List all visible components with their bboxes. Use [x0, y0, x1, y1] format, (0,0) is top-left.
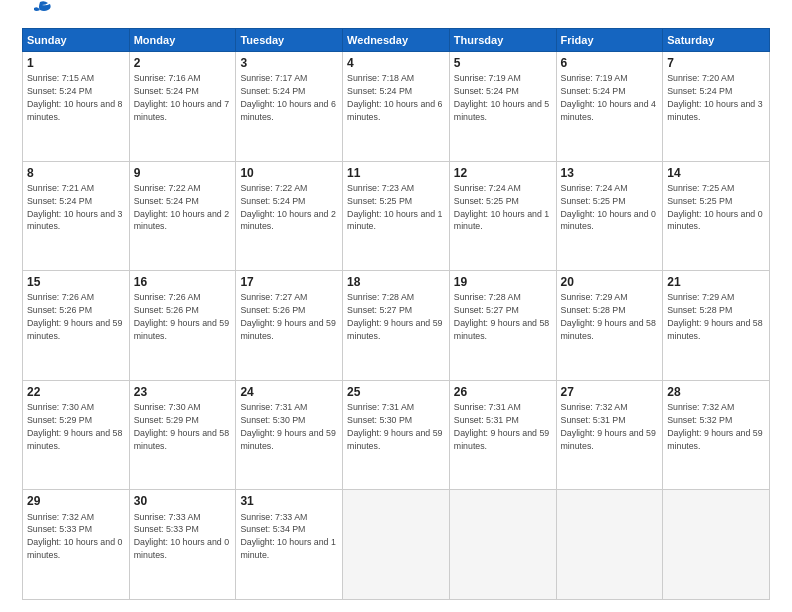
day-info: Sunrise: 7:25 AMSunset: 5:25 PMDaylight:…: [667, 183, 762, 232]
table-row: 18 Sunrise: 7:28 AMSunset: 5:27 PMDaylig…: [343, 271, 450, 381]
table-row: 27 Sunrise: 7:32 AMSunset: 5:31 PMDaylig…: [556, 380, 663, 490]
day-number: 29: [27, 493, 125, 509]
day-info: Sunrise: 7:20 AMSunset: 5:24 PMDaylight:…: [667, 73, 762, 122]
day-number: 13: [561, 165, 659, 181]
day-number: 22: [27, 384, 125, 400]
calendar-week-row: 29 Sunrise: 7:32 AMSunset: 5:33 PMDaylig…: [23, 490, 770, 600]
table-row: 30 Sunrise: 7:33 AMSunset: 5:33 PMDaylig…: [129, 490, 236, 600]
table-row: 15 Sunrise: 7:26 AMSunset: 5:26 PMDaylig…: [23, 271, 130, 381]
calendar-week-row: 15 Sunrise: 7:26 AMSunset: 5:26 PMDaylig…: [23, 271, 770, 381]
table-row: [449, 490, 556, 600]
day-info: Sunrise: 7:31 AMSunset: 5:31 PMDaylight:…: [454, 402, 549, 451]
calendar-header-row: Sunday Monday Tuesday Wednesday Thursday…: [23, 29, 770, 52]
day-info: Sunrise: 7:30 AMSunset: 5:29 PMDaylight:…: [134, 402, 229, 451]
table-row: 25 Sunrise: 7:31 AMSunset: 5:30 PMDaylig…: [343, 380, 450, 490]
table-row: 23 Sunrise: 7:30 AMSunset: 5:29 PMDaylig…: [129, 380, 236, 490]
day-info: Sunrise: 7:31 AMSunset: 5:30 PMDaylight:…: [240, 402, 335, 451]
day-info: Sunrise: 7:24 AMSunset: 5:25 PMDaylight:…: [561, 183, 656, 232]
day-info: Sunrise: 7:15 AMSunset: 5:24 PMDaylight:…: [27, 73, 122, 122]
header-thursday: Thursday: [449, 29, 556, 52]
header-sunday: Sunday: [23, 29, 130, 52]
table-row: 26 Sunrise: 7:31 AMSunset: 5:31 PMDaylig…: [449, 380, 556, 490]
day-number: 3: [240, 55, 338, 71]
table-row: 13 Sunrise: 7:24 AMSunset: 5:25 PMDaylig…: [556, 161, 663, 271]
header-friday: Friday: [556, 29, 663, 52]
day-info: Sunrise: 7:28 AMSunset: 5:27 PMDaylight:…: [347, 292, 442, 341]
day-number: 30: [134, 493, 232, 509]
day-number: 15: [27, 274, 125, 290]
header-tuesday: Tuesday: [236, 29, 343, 52]
logo-bird-icon: [26, 0, 54, 20]
day-number: 21: [667, 274, 765, 290]
day-info: Sunrise: 7:32 AMSunset: 5:33 PMDaylight:…: [27, 512, 122, 561]
day-info: Sunrise: 7:32 AMSunset: 5:32 PMDaylight:…: [667, 402, 762, 451]
day-number: 19: [454, 274, 552, 290]
table-row: 11 Sunrise: 7:23 AMSunset: 5:25 PMDaylig…: [343, 161, 450, 271]
table-row: [343, 490, 450, 600]
day-info: Sunrise: 7:27 AMSunset: 5:26 PMDaylight:…: [240, 292, 335, 341]
day-info: Sunrise: 7:26 AMSunset: 5:26 PMDaylight:…: [134, 292, 229, 341]
day-info: Sunrise: 7:29 AMSunset: 5:28 PMDaylight:…: [561, 292, 656, 341]
table-row: 20 Sunrise: 7:29 AMSunset: 5:28 PMDaylig…: [556, 271, 663, 381]
day-info: Sunrise: 7:21 AMSunset: 5:24 PMDaylight:…: [27, 183, 122, 232]
table-row: 22 Sunrise: 7:30 AMSunset: 5:29 PMDaylig…: [23, 380, 130, 490]
day-info: Sunrise: 7:22 AMSunset: 5:24 PMDaylight:…: [240, 183, 335, 232]
table-row: [663, 490, 770, 600]
day-info: Sunrise: 7:31 AMSunset: 5:30 PMDaylight:…: [347, 402, 442, 451]
day-number: 17: [240, 274, 338, 290]
day-info: Sunrise: 7:16 AMSunset: 5:24 PMDaylight:…: [134, 73, 229, 122]
day-number: 26: [454, 384, 552, 400]
table-row: 19 Sunrise: 7:28 AMSunset: 5:27 PMDaylig…: [449, 271, 556, 381]
table-row: 10 Sunrise: 7:22 AMSunset: 5:24 PMDaylig…: [236, 161, 343, 271]
logo: [22, 18, 54, 20]
table-row: 6 Sunrise: 7:19 AMSunset: 5:24 PMDayligh…: [556, 52, 663, 162]
day-number: 9: [134, 165, 232, 181]
calendar-week-row: 22 Sunrise: 7:30 AMSunset: 5:29 PMDaylig…: [23, 380, 770, 490]
day-info: Sunrise: 7:18 AMSunset: 5:24 PMDaylight:…: [347, 73, 442, 122]
table-row: 8 Sunrise: 7:21 AMSunset: 5:24 PMDayligh…: [23, 161, 130, 271]
day-number: 23: [134, 384, 232, 400]
day-number: 20: [561, 274, 659, 290]
header-monday: Monday: [129, 29, 236, 52]
table-row: 3 Sunrise: 7:17 AMSunset: 5:24 PMDayligh…: [236, 52, 343, 162]
table-row: 2 Sunrise: 7:16 AMSunset: 5:24 PMDayligh…: [129, 52, 236, 162]
day-info: Sunrise: 7:24 AMSunset: 5:25 PMDaylight:…: [454, 183, 549, 232]
table-row: 9 Sunrise: 7:22 AMSunset: 5:24 PMDayligh…: [129, 161, 236, 271]
day-number: 11: [347, 165, 445, 181]
day-info: Sunrise: 7:33 AMSunset: 5:34 PMDaylight:…: [240, 512, 335, 561]
day-number: 16: [134, 274, 232, 290]
header-saturday: Saturday: [663, 29, 770, 52]
page-header: [22, 18, 770, 20]
day-info: Sunrise: 7:17 AMSunset: 5:24 PMDaylight:…: [240, 73, 335, 122]
day-info: Sunrise: 7:30 AMSunset: 5:29 PMDaylight:…: [27, 402, 122, 451]
table-row: 14 Sunrise: 7:25 AMSunset: 5:25 PMDaylig…: [663, 161, 770, 271]
table-row: 16 Sunrise: 7:26 AMSunset: 5:26 PMDaylig…: [129, 271, 236, 381]
table-row: 29 Sunrise: 7:32 AMSunset: 5:33 PMDaylig…: [23, 490, 130, 600]
calendar-table: Sunday Monday Tuesday Wednesday Thursday…: [22, 28, 770, 600]
day-number: 18: [347, 274, 445, 290]
day-info: Sunrise: 7:19 AMSunset: 5:24 PMDaylight:…: [454, 73, 549, 122]
table-row: 5 Sunrise: 7:19 AMSunset: 5:24 PMDayligh…: [449, 52, 556, 162]
day-number: 8: [27, 165, 125, 181]
calendar-week-row: 8 Sunrise: 7:21 AMSunset: 5:24 PMDayligh…: [23, 161, 770, 271]
calendar-week-row: 1 Sunrise: 7:15 AMSunset: 5:24 PMDayligh…: [23, 52, 770, 162]
table-row: 1 Sunrise: 7:15 AMSunset: 5:24 PMDayligh…: [23, 52, 130, 162]
header-wednesday: Wednesday: [343, 29, 450, 52]
day-info: Sunrise: 7:19 AMSunset: 5:24 PMDaylight:…: [561, 73, 656, 122]
day-info: Sunrise: 7:23 AMSunset: 5:25 PMDaylight:…: [347, 183, 442, 232]
table-row: 17 Sunrise: 7:27 AMSunset: 5:26 PMDaylig…: [236, 271, 343, 381]
day-number: 7: [667, 55, 765, 71]
day-number: 24: [240, 384, 338, 400]
day-number: 10: [240, 165, 338, 181]
day-number: 25: [347, 384, 445, 400]
day-number: 27: [561, 384, 659, 400]
day-info: Sunrise: 7:29 AMSunset: 5:28 PMDaylight:…: [667, 292, 762, 341]
table-row: 7 Sunrise: 7:20 AMSunset: 5:24 PMDayligh…: [663, 52, 770, 162]
day-number: 28: [667, 384, 765, 400]
day-number: 5: [454, 55, 552, 71]
table-row: 28 Sunrise: 7:32 AMSunset: 5:32 PMDaylig…: [663, 380, 770, 490]
table-row: 31 Sunrise: 7:33 AMSunset: 5:34 PMDaylig…: [236, 490, 343, 600]
day-info: Sunrise: 7:26 AMSunset: 5:26 PMDaylight:…: [27, 292, 122, 341]
day-number: 6: [561, 55, 659, 71]
day-info: Sunrise: 7:22 AMSunset: 5:24 PMDaylight:…: [134, 183, 229, 232]
